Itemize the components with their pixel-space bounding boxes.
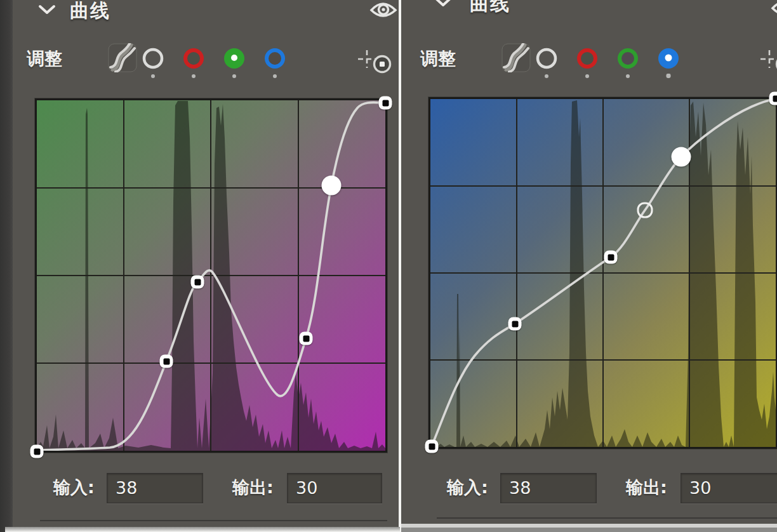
input-field[interactable]: 38 <box>500 473 597 503</box>
channel-dot <box>667 74 671 78</box>
adjust-label: 调整 <box>420 47 456 71</box>
section-divider <box>40 520 387 521</box>
input-value: 38 <box>116 478 137 498</box>
panel-title: 曲线 <box>470 0 510 17</box>
curve-preset-icon[interactable] <box>501 43 531 72</box>
channel-green-button[interactable] <box>223 47 246 70</box>
chevron-down-icon[interactable] <box>434 0 452 7</box>
input-value: 38 <box>509 478 531 498</box>
channel-blue-button[interactable] <box>657 47 680 70</box>
bottom-strip-right-shadow <box>401 528 777 532</box>
eye-icon[interactable] <box>369 1 397 20</box>
channel-green-button[interactable] <box>616 47 639 70</box>
channel-composite-button[interactable] <box>142 47 164 70</box>
curves-panels: 曲线 调整 <box>0 0 777 532</box>
output-label: 输出: <box>626 476 667 499</box>
channel-composite-button[interactable] <box>535 47 558 70</box>
left-edge-strip <box>0 0 13 532</box>
channel-red-button[interactable] <box>576 47 599 70</box>
channel-dot <box>232 74 236 78</box>
output-label: 输出: <box>232 476 274 499</box>
section-divider <box>437 517 777 519</box>
channel-dot <box>585 74 589 78</box>
channel-dot <box>192 74 196 78</box>
output-field[interactable]: 30 <box>287 473 382 503</box>
input-field[interactable]: 38 <box>107 473 203 503</box>
targeted-adjustment-icon[interactable] <box>355 46 396 76</box>
panel-divider <box>399 0 401 532</box>
curves-panel-right: 曲线 调整 <box>406 0 777 532</box>
input-label: 输入: <box>447 476 488 499</box>
channel-dot <box>151 74 155 78</box>
curves-panel-left: 曲线 调整 <box>13 0 399 532</box>
output-value: 30 <box>296 478 317 498</box>
output-field[interactable]: 30 <box>681 473 777 503</box>
input-label: 输入: <box>53 476 95 499</box>
channel-dot <box>626 74 630 78</box>
channel-red-button[interactable] <box>182 47 205 70</box>
channel-dot <box>545 74 548 78</box>
adjust-label: 调整 <box>27 47 62 71</box>
curve-preset-icon[interactable] <box>108 43 137 72</box>
channel-blue-button[interactable] <box>263 47 286 70</box>
channel-dot <box>273 74 277 78</box>
eye-icon[interactable] <box>771 0 777 18</box>
targeted-adjustment-icon[interactable] <box>758 46 777 76</box>
panel-title: 曲线 <box>70 0 110 24</box>
chevron-down-icon[interactable] <box>38 4 56 15</box>
output-value: 30 <box>689 478 711 498</box>
bottom-strip-left <box>5 527 400 532</box>
curve-grid[interactable] <box>35 98 387 453</box>
curve-grid[interactable] <box>428 97 777 449</box>
